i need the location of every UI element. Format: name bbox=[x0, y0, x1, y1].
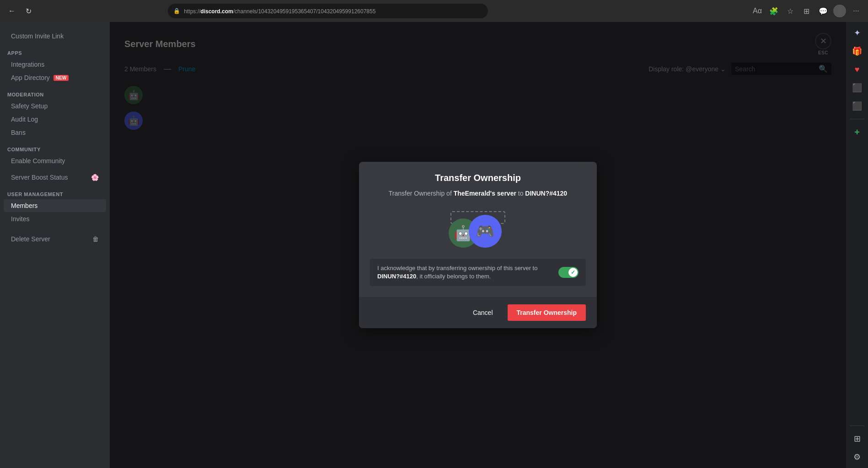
check-icon: ✓ bbox=[571, 269, 575, 276]
modal-description: Transfer Ownership of TheEmerald's serve… bbox=[389, 189, 567, 198]
lock-icon: 🔒 bbox=[173, 8, 180, 14]
sidebar-item-custom-invite[interactable]: Custom Invite Link bbox=[4, 30, 106, 43]
bans-label: Bans bbox=[11, 129, 26, 136]
ack-suffix: , it officially belongs to them. bbox=[416, 273, 491, 280]
safety-setup-label: Safety Setup bbox=[11, 102, 48, 110]
description-middle: to bbox=[516, 190, 525, 197]
new-badge: NEW bbox=[54, 75, 69, 81]
to-avatar: 🎮 bbox=[469, 215, 502, 248]
gift-icon[interactable]: 🎁 bbox=[850, 44, 864, 58]
browser-chrome: ← ↻ 🔒 https://discord.com/channels/10432… bbox=[0, 0, 868, 22]
acknowledge-toggle[interactable]: ✓ bbox=[558, 267, 579, 278]
ack-user: DINUN?#4120 bbox=[377, 273, 416, 280]
custom-invite-label: Custom Invite Link bbox=[11, 32, 64, 40]
heart-icon[interactable]: ♥ bbox=[850, 62, 864, 77]
divider-bottom bbox=[850, 425, 864, 426]
sidebar-item-safety-setup[interactable]: Safety Setup bbox=[4, 100, 106, 112]
sidebar-item-members[interactable]: Members bbox=[4, 199, 106, 212]
sidebar-item-bans[interactable]: Bans bbox=[4, 126, 106, 139]
add-server-icon[interactable]: + bbox=[850, 125, 864, 139]
sidebar-section-user-management: USER MANAGEMENT bbox=[0, 184, 110, 199]
sidebar-item-delete-server[interactable]: Delete Server 🗑 bbox=[4, 233, 106, 245]
modal-overlay: Transfer Ownership Transfer Ownership of… bbox=[110, 22, 846, 468]
address-bar[interactable]: 🔒 https://discord.com/channels/104320495… bbox=[168, 4, 488, 18]
font-size-icon[interactable]: Aα bbox=[751, 5, 764, 17]
url-domain: discord.com bbox=[200, 8, 233, 15]
modal-body: Transfer Ownership Transfer Ownership of… bbox=[359, 162, 597, 297]
divider bbox=[850, 119, 864, 119]
sidebar-section-apps: APPS bbox=[0, 43, 110, 58]
collections-icon[interactable]: ⊞ bbox=[800, 5, 813, 17]
main-layout: Custom Invite Link APPS Integrations App… bbox=[0, 22, 868, 468]
avatar-transfer-container: 🤖 🎮 bbox=[441, 211, 514, 248]
window-icon[interactable]: ⊞ bbox=[850, 431, 864, 446]
server-boost-label: Server Boost Status bbox=[11, 174, 68, 181]
app-bar: ✦ 🎁 ♥ ⬛ ⬛ + ⊞ ⚙ bbox=[846, 22, 868, 468]
sidebar-item-audit-log[interactable]: Audit Log bbox=[4, 113, 106, 126]
star-icon[interactable]: ✦ bbox=[850, 26, 864, 40]
sidebar-item-integrations[interactable]: Integrations bbox=[4, 58, 106, 71]
delete-icon: 🗑 bbox=[92, 235, 99, 243]
audit-log-label: Audit Log bbox=[11, 116, 38, 123]
transfer-ownership-modal: Transfer Ownership Transfer Ownership of… bbox=[359, 162, 597, 328]
integrations-label: Integrations bbox=[11, 61, 44, 68]
transfer-ownership-button[interactable]: Transfer Ownership bbox=[508, 304, 586, 321]
modal-title: Transfer Ownership bbox=[435, 173, 521, 183]
target-user-desc: DINUN?#4120 bbox=[525, 190, 567, 197]
members-label: Members bbox=[11, 202, 38, 209]
user-avatar[interactable] bbox=[833, 5, 846, 17]
favorites-icon[interactable]: ☆ bbox=[784, 5, 797, 17]
sidebar-section-community: COMMUNITY bbox=[0, 139, 110, 154]
settings-icon[interactable]: ⚙ bbox=[850, 450, 864, 464]
description-prefix: Transfer Ownership of bbox=[389, 190, 454, 197]
browser-right-icons: Aα 🧩 ☆ ⊞ 💬 ··· bbox=[751, 5, 863, 17]
cancel-button[interactable]: Cancel bbox=[466, 305, 500, 320]
delete-server-label: Delete Server bbox=[11, 235, 50, 243]
ack-prefix: I acknowledge that by transferring owner… bbox=[377, 265, 537, 271]
toggle-knob: ✓ bbox=[568, 268, 578, 277]
url-path: /channels/1043204959195365407/1043204959… bbox=[233, 8, 376, 15]
sidebar-section-moderation: MODERATION bbox=[0, 85, 110, 99]
blue-square-icon[interactable]: ⬛ bbox=[850, 99, 864, 113]
modal-footer: Cancel Transfer Ownership bbox=[359, 297, 597, 328]
refresh-button[interactable]: ↻ bbox=[22, 5, 35, 17]
more-options-icon[interactable]: ··· bbox=[850, 5, 863, 17]
url-prefix: https:// bbox=[184, 8, 200, 15]
lightning-icon[interactable]: ⬛ bbox=[850, 80, 864, 95]
server-name: TheEmerald's server bbox=[454, 190, 516, 197]
app-directory-label: App Directory bbox=[11, 74, 50, 81]
acknowledge-section: I acknowledge that by transferring owner… bbox=[370, 259, 586, 286]
sidebar-item-enable-community[interactable]: Enable Community bbox=[4, 154, 106, 167]
boost-icon: 🌸 bbox=[91, 174, 99, 181]
acknowledge-text: I acknowledge that by transferring owner… bbox=[377, 264, 553, 281]
enable-community-label: Enable Community bbox=[11, 157, 65, 165]
app-bar-bottom: ⊞ ⚙ bbox=[850, 424, 864, 464]
sidebar-item-server-boost[interactable]: Server Boost Status 🌸 bbox=[4, 171, 106, 184]
extensions-icon[interactable]: 🧩 bbox=[767, 5, 780, 17]
content-area: Server Members ✕ ESC 2 Members — Prune D… bbox=[110, 22, 846, 468]
invites-label: Invites bbox=[11, 215, 29, 223]
discord-icon[interactable]: 💬 bbox=[817, 5, 830, 17]
sidebar: Custom Invite Link APPS Integrations App… bbox=[0, 22, 110, 468]
back-button[interactable]: ← bbox=[5, 5, 18, 17]
discord-logo-icon: 🎮 bbox=[476, 223, 494, 240]
sidebar-item-invites[interactable]: Invites bbox=[4, 213, 106, 225]
url-text: https://discord.com/channels/10432049591… bbox=[184, 8, 375, 15]
sidebar-item-app-directory[interactable]: App Directory NEW bbox=[4, 71, 106, 84]
